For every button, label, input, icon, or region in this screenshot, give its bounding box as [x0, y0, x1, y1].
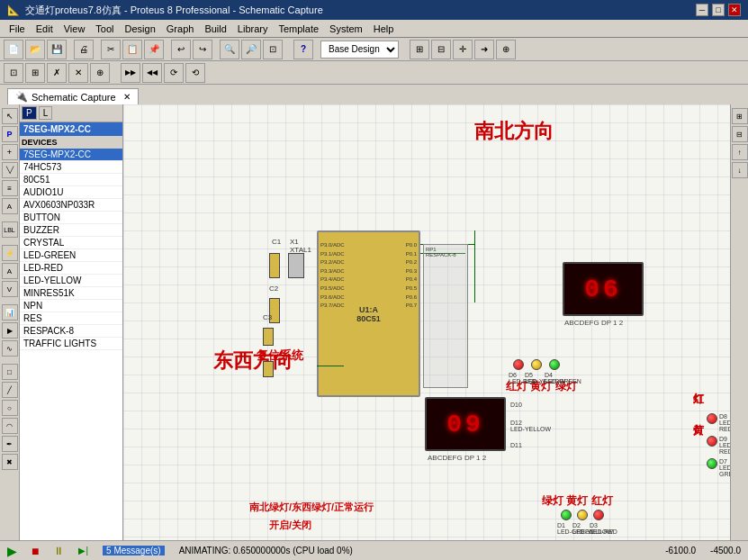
menu-tool[interactable]: Tool — [90, 22, 119, 36]
new-button[interactable]: 📄 — [4, 40, 23, 59]
comp-item-12[interactable]: NPN — [20, 300, 122, 312]
tb2-btn1[interactable]: ⊡ — [4, 63, 23, 83]
menu-edit[interactable]: Edit — [31, 22, 59, 36]
open-button[interactable]: 📂 — [25, 40, 45, 59]
bus-tool[interactable]: ≡ — [2, 180, 18, 196]
crystal-label: X1XTAL1 — [290, 238, 311, 254]
comp-item-15[interactable]: TRAFFIC LIGHTS — [20, 338, 122, 350]
menu-system[interactable]: System — [324, 22, 368, 36]
design-dropdown[interactable]: Base Design — [320, 41, 399, 59]
comp-item-5[interactable]: BUTTON — [20, 212, 122, 224]
copy-button[interactable]: 📋 — [122, 40, 142, 59]
schematic-capture-tab[interactable]: 🔌 Schematic Capture ✕ — [7, 88, 139, 104]
wire-tool[interactable]: ╲╱ — [2, 162, 18, 178]
tb2-btn6[interactable]: ▶▶ — [121, 63, 140, 83]
path-tool[interactable]: ✒ — [2, 436, 18, 452]
comp-item-0[interactable]: 7SEG-MPX2-CC — [20, 149, 122, 161]
comp-item-8[interactable]: LED-GREEN — [20, 249, 122, 262]
rt-btn4[interactable]: ↓ — [732, 162, 748, 178]
gen-tool[interactable]: ∿ — [2, 340, 18, 357]
grid-button[interactable]: ⊞ — [410, 40, 429, 59]
line-tool[interactable]: ╱ — [2, 382, 18, 398]
label-tool[interactable]: A — [2, 198, 18, 214]
cursor-tool[interactable]: ↖ — [2, 108, 18, 124]
comp-item-13[interactable]: RES — [20, 312, 122, 325]
rt-btn2[interactable]: ⊟ — [732, 126, 748, 142]
menu-view[interactable]: View — [59, 22, 91, 36]
play-button[interactable]: ▶ — [7, 544, 17, 558]
rt-btn1[interactable]: ⊞ — [732, 108, 748, 124]
zoom-out-button[interactable]: 🔎 — [241, 40, 261, 59]
left-sidebar: ↖ P + ╲╱ ≡ A LBL ⚡ A V 📊 ▶ ∿ □ ╱ ○ ◠ ✒ ✖ — [0, 104, 20, 540]
comp-item-6[interactable]: BUZZER — [20, 224, 122, 237]
tb2-btn9[interactable]: ⟲ — [185, 63, 205, 83]
comp-item-14[interactable]: RESPACK-8 — [20, 325, 122, 338]
select-button[interactable]: ⊕ — [496, 40, 516, 59]
help-button[interactable]: ? — [293, 40, 313, 59]
tab-close[interactable]: ✕ — [123, 92, 131, 102]
tb2-btn2[interactable]: ⊞ — [25, 63, 45, 83]
arrow-button[interactable]: ➜ — [474, 40, 494, 59]
tb2-btn4[interactable]: ✕ — [68, 63, 88, 83]
circle-tool[interactable]: ○ — [2, 400, 18, 416]
graph-tool[interactable]: 📊 — [2, 304, 18, 321]
devices-btn[interactable]: P — [22, 106, 37, 120]
comp-item-3[interactable]: AUDIO1U — [20, 186, 122, 199]
rt-btn3[interactable]: ↑ — [732, 144, 748, 160]
tape-tool[interactable]: ▶ — [2, 322, 18, 339]
junction-tool[interactable]: + — [2, 144, 18, 160]
component-tool[interactable]: P — [2, 126, 18, 142]
comp-item-10[interactable]: LED-YELLOW — [20, 275, 122, 287]
zoom-fit-button[interactable]: ⊡ — [263, 40, 283, 59]
d7-label: D7LED-GREEN — [719, 458, 730, 477]
menu-design[interactable]: Design — [120, 22, 161, 36]
probe-v-tool[interactable]: ⚡ — [2, 245, 18, 261]
d3-led — [593, 510, 604, 520]
minimize-button[interactable]: ─ — [696, 4, 708, 16]
comp-item-1[interactable]: 74HC573 — [20, 161, 122, 174]
step-button[interactable]: ▶| — [78, 546, 88, 555]
tb2-btn8[interactable]: ⟳ — [164, 63, 184, 83]
comp-item-11[interactable]: MINRES51K — [20, 287, 122, 300]
redo-button[interactable]: ↪ — [193, 40, 212, 59]
menu-build[interactable]: Build — [199, 22, 231, 36]
comp-item-4[interactable]: AVX0603NP033R — [20, 199, 122, 212]
box-tool[interactable]: □ — [2, 364, 18, 380]
comp-item-2[interactable]: 80C51 — [20, 174, 122, 186]
tb2-btn5[interactable]: ⊕ — [90, 63, 110, 83]
lib-btn[interactable]: L — [39, 106, 53, 120]
save-button[interactable]: 💾 — [47, 40, 67, 59]
menu-library[interactable]: Library — [232, 22, 274, 36]
close-button[interactable]: ✕ — [728, 4, 741, 16]
zoom-in-button[interactable]: 🔍 — [220, 40, 239, 59]
menu-template[interactable]: Template — [273, 22, 324, 36]
main-area: ↖ P + ╲╱ ≡ A LBL ⚡ A V 📊 ▶ ∿ □ ╱ ○ ◠ ✒ ✖… — [0, 104, 748, 540]
undo-button[interactable]: ↩ — [171, 40, 191, 59]
d12-label: D12LED-YELLOW — [510, 420, 551, 432]
cut-button[interactable]: ✂ — [101, 40, 121, 59]
arc-tool[interactable]: ◠ — [2, 418, 18, 434]
tb2-btn3[interactable]: ✗ — [47, 63, 67, 83]
menu-help[interactable]: Help — [368, 22, 400, 36]
move-button[interactable]: ✛ — [453, 40, 473, 59]
comp-item-9[interactable]: LED-RED — [20, 262, 122, 275]
comp-item-7[interactable]: CRYSTAL — [20, 237, 122, 249]
menu-file[interactable]: File — [4, 22, 31, 36]
voltage-tool[interactable]: V — [2, 281, 18, 297]
tab-label: Schematic Capture — [32, 92, 116, 103]
print-button[interactable]: 🖨 — [74, 40, 94, 59]
paste-button[interactable]: 📌 — [144, 40, 164, 59]
stop-button[interactable]: ■ — [32, 544, 39, 558]
component-search-label[interactable]: 7SEG-MPX2-CC — [20, 122, 122, 136]
seg-value-2: 09 — [446, 411, 484, 438]
menu-graph[interactable]: Graph — [161, 22, 200, 36]
probe-i-tool[interactable]: A — [2, 263, 18, 279]
tb2-btn7[interactable]: ◀◀ — [142, 63, 162, 83]
seg2-annotation: ABCDEFG DP 1 2 — [428, 454, 486, 462]
grid2-button[interactable]: ⊟ — [431, 40, 451, 59]
lbl-tool[interactable]: LBL — [2, 221, 18, 238]
delete-tool[interactable]: ✖ — [2, 454, 18, 470]
pause-button[interactable]: ⏸ — [53, 545, 64, 557]
maximize-button[interactable]: □ — [712, 4, 725, 16]
schematic-canvas[interactable]: 南北方向 东西方向 06 ABCDEFG DP 1 2 09 ABCDEFG D… — [123, 104, 730, 540]
